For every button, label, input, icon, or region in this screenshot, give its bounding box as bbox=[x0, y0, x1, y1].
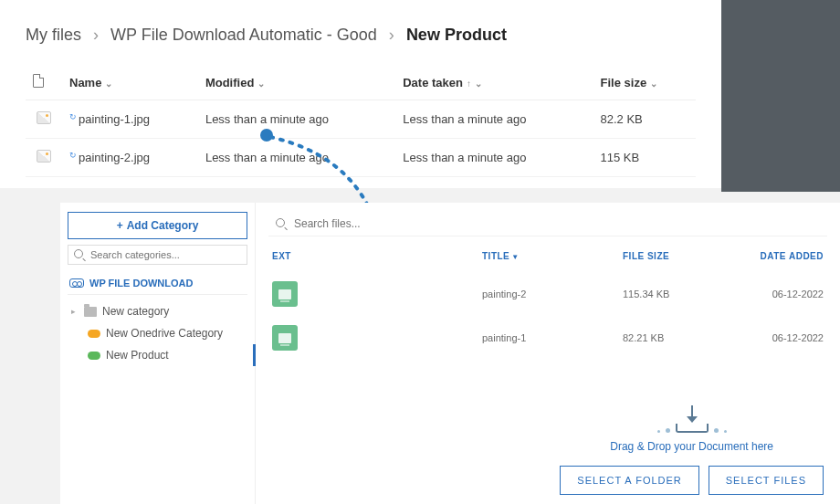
col-title-header[interactable]: TITLE▼ bbox=[482, 251, 623, 261]
sort-desc-icon: ▼ bbox=[511, 253, 519, 261]
decorative-dark-block bbox=[721, 0, 840, 192]
filetype-jpg-icon bbox=[272, 325, 298, 351]
file-row[interactable]: ↻painting-2.jpg Less than a minute ago L… bbox=[26, 139, 696, 177]
select-files-button[interactable]: SELECT FILES bbox=[709, 466, 824, 495]
folder-icon bbox=[84, 307, 97, 317]
select-folder-button[interactable]: SELECT A FOLDER bbox=[560, 466, 698, 495]
arrow-up-icon: ↑ bbox=[467, 79, 471, 89]
chevron-down-icon: ⌄ bbox=[475, 79, 482, 89]
sync-icon: ↻ bbox=[69, 151, 77, 160]
filetype-jpg-icon bbox=[272, 281, 298, 307]
file-modified: Less than a minute ago bbox=[198, 139, 395, 177]
file-date: 06-12-2022 bbox=[732, 332, 824, 343]
image-thumb-icon bbox=[37, 111, 51, 124]
upload-icon bbox=[560, 405, 824, 433]
file-list-row[interactable]: painting-1 82.21 KB 06-12-2022 bbox=[268, 316, 827, 360]
file-list-row[interactable]: painting-2 115.34 KB 06-12-2022 bbox=[268, 272, 827, 316]
category-label: New category bbox=[102, 305, 169, 318]
sync-icon: ↻ bbox=[69, 112, 77, 121]
category-label: New Product bbox=[106, 349, 169, 362]
file-size: 82.21 KB bbox=[623, 332, 732, 343]
category-sidebar: +Add Category WP FILE DOWNLOAD ▸ New cat… bbox=[60, 203, 256, 504]
breadcrumb-mid[interactable]: WP File Download Automatic - Good bbox=[110, 26, 377, 44]
file-list-area: EXT TITLE▼ FILE SIZE DATE ADDED painting… bbox=[256, 203, 840, 504]
breadcrumb-root[interactable]: My files bbox=[26, 26, 81, 44]
search-categories-field[interactable] bbox=[68, 245, 247, 265]
image-thumb-icon bbox=[37, 150, 51, 163]
col-date-header[interactable]: DATE ADDED bbox=[732, 251, 824, 261]
chevron-right-icon: › bbox=[389, 26, 394, 44]
dropzone-text: Drag & Drop your Document here bbox=[560, 440, 824, 453]
category-tree: ▸ New category New Onedrive Category New… bbox=[68, 300, 247, 366]
dropzone[interactable]: Drag & Drop your Document here SELECT A … bbox=[560, 405, 824, 495]
file-date-taken: Less than a minute ago bbox=[395, 139, 593, 177]
search-categories-input[interactable] bbox=[90, 249, 241, 260]
search-icon bbox=[276, 218, 287, 229]
chevron-right-icon: › bbox=[93, 26, 99, 44]
onedrive-icon bbox=[88, 330, 100, 338]
chevron-right-icon: ▸ bbox=[71, 307, 79, 316]
file-title: painting-2 bbox=[482, 289, 623, 299]
search-files-input[interactable] bbox=[294, 217, 820, 230]
col-ext-header[interactable]: EXT bbox=[272, 251, 482, 261]
breadcrumb-current: New Product bbox=[406, 26, 507, 44]
category-item[interactable]: ▸ New category bbox=[68, 300, 247, 322]
file-name: painting-2.jpg bbox=[79, 151, 150, 164]
file-date: 06-12-2022 bbox=[732, 289, 824, 299]
category-label: New Onedrive Category bbox=[106, 327, 223, 340]
add-category-button[interactable]: +Add Category bbox=[68, 212, 247, 239]
plus-icon: + bbox=[117, 219, 123, 232]
breadcrumb: My files › WP File Download Automatic - … bbox=[26, 26, 696, 45]
file-name: painting-1.jpg bbox=[79, 112, 150, 126]
search-icon bbox=[74, 249, 85, 260]
col-modified-header[interactable]: Modified⌄ bbox=[198, 65, 395, 100]
search-files-field[interactable] bbox=[268, 212, 827, 236]
app-title: WP FILE DOWNLOAD bbox=[68, 272, 247, 295]
file-date-taken: Less than a minute ago bbox=[395, 100, 593, 139]
col-name-header[interactable]: Name⌄ bbox=[62, 65, 198, 100]
cloud-file-table: Name⌄ Modified⌄ Date taken↑⌄ File size⌄ … bbox=[26, 65, 696, 177]
chevron-down-icon: ⌄ bbox=[650, 79, 657, 89]
file-modified: Less than a minute ago bbox=[198, 100, 395, 139]
category-item[interactable]: New Onedrive Category bbox=[68, 322, 247, 344]
col-file-size-header[interactable]: File size⌄ bbox=[593, 65, 696, 100]
file-list-header: EXT TITLE▼ FILE SIZE DATE ADDED bbox=[268, 242, 827, 272]
file-title: painting-1 bbox=[482, 332, 623, 343]
file-row[interactable]: ↻painting-1.jpg Less than a minute ago L… bbox=[26, 100, 696, 139]
col-date-taken-header[interactable]: Date taken↑⌄ bbox=[395, 65, 593, 100]
file-size: 115 KB bbox=[593, 139, 696, 177]
category-item-active[interactable]: New Product bbox=[68, 344, 247, 366]
file-size: 82.2 KB bbox=[593, 100, 696, 139]
cloud-file-panel: My files › WP File Download Automatic - … bbox=[0, 0, 721, 188]
document-icon bbox=[33, 74, 44, 88]
chevron-down-icon: ⌄ bbox=[257, 79, 265, 89]
chevron-down-icon: ⌄ bbox=[105, 79, 112, 89]
file-size: 115.34 KB bbox=[623, 289, 732, 299]
wpfd-logo-icon bbox=[69, 278, 84, 288]
col-size-header[interactable]: FILE SIZE bbox=[623, 251, 732, 261]
wpfd-panel: +Add Category WP FILE DOWNLOAD ▸ New cat… bbox=[60, 203, 840, 504]
onedrive-icon bbox=[88, 352, 100, 360]
